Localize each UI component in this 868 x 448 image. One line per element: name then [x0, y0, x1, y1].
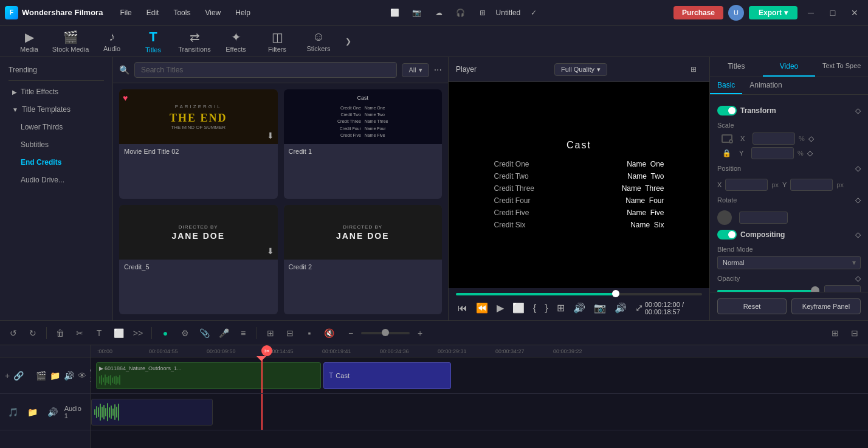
link-track-button[interactable]: 🔗 — [13, 367, 24, 384]
toolbar-more-button[interactable]: ❯ — [340, 35, 356, 48]
zoom-out-button[interactable]: − — [342, 325, 359, 342]
grid-icon[interactable]: ⊞ — [474, 4, 491, 21]
mark-in-button[interactable]: { — [531, 301, 538, 315]
zoom-thumb[interactable] — [382, 329, 389, 336]
tool-effects[interactable]: ✦ Effects — [216, 27, 255, 56]
subtab-basic[interactable]: Basic — [710, 77, 742, 94]
maximize-button[interactable]: □ — [824, 4, 841, 21]
tab-titles[interactable]: Titles — [710, 57, 763, 77]
frame-view-button[interactable]: ⬜ — [511, 300, 526, 315]
position-y-input[interactable]: 0.00 — [790, 179, 833, 191]
filter-button[interactable]: All ▾ — [402, 63, 429, 77]
layout-options-button[interactable]: ⊟ — [846, 325, 863, 342]
scene-detect-button[interactable]: ⊞ — [262, 325, 279, 342]
title-clip[interactable]: T Cast — [323, 362, 451, 389]
compositing-keyframe-icon[interactable]: ◇ — [855, 230, 861, 239]
menu-help[interactable]: Help — [230, 6, 255, 19]
delete-button[interactable]: 🗑 — [52, 325, 69, 342]
rotate-input[interactable]: 0.00° — [739, 212, 788, 224]
sidebar-item-audio-drive[interactable]: Audio Drive... — [4, 171, 109, 188]
camera-icon[interactable]: 📷 — [408, 4, 425, 21]
scale-y-keyframe-icon[interactable]: ◇ — [807, 149, 813, 157]
tool-filters[interactable]: ◫ Filters — [258, 27, 297, 56]
minimize-button[interactable]: ─ — [802, 4, 819, 21]
tab-text-to-speech[interactable]: Text To Spee — [815, 57, 868, 77]
blend-mode-select[interactable]: Normal Multiply Screen Overlay — [717, 256, 861, 269]
user-avatar[interactable]: U — [728, 5, 744, 21]
keyframe-panel-button[interactable]: Keyframe Panel — [791, 298, 861, 314]
thumbnail-movie-end-title[interactable]: PARIZERGIL THE END THE MIND OF SUMMER ♥ … — [119, 89, 278, 199]
layout-toggle-button[interactable]: ⊞ — [827, 325, 844, 342]
timeline-scrubber[interactable] — [612, 290, 619, 297]
sidebar-item-title-effects[interactable]: ▶ Title Effects — [4, 83, 109, 100]
video-track-volume-button[interactable]: 🔊 — [64, 367, 74, 384]
volume-button[interactable]: 🔊 — [613, 300, 629, 315]
playhead[interactable] — [261, 357, 263, 393]
tool-audio[interactable]: ♪ Audio — [92, 27, 131, 56]
trending-section[interactable]: Trending — [0, 62, 112, 78]
heart-icon[interactable]: ♥ — [123, 93, 128, 103]
tool-media[interactable]: ▶ Media — [10, 27, 49, 56]
purchase-button[interactable]: Purchase — [673, 6, 723, 19]
menu-view[interactable]: View — [200, 6, 226, 19]
zoom-in-button[interactable]: + — [412, 325, 429, 342]
undo-button[interactable]: ↺ — [5, 325, 22, 342]
search-input[interactable] — [134, 62, 397, 78]
transform-toggle-switch[interactable] — [717, 106, 737, 115]
tool-stickers[interactable]: ☺ Stickers — [299, 27, 338, 56]
speed-button[interactable]: >> — [129, 325, 146, 342]
cloud-icon[interactable]: ☁ — [430, 4, 447, 21]
lock-icon[interactable]: 🔒 — [722, 149, 731, 157]
opacity-keyframe-icon[interactable]: ◇ — [855, 274, 861, 283]
mute-button[interactable]: 🔇 — [320, 325, 337, 342]
position-keyframe-icon[interactable]: ◇ — [855, 164, 861, 173]
opacity-value-input[interactable]: 100.00 — [824, 285, 861, 292]
position-x-input[interactable]: 0.00 — [725, 179, 768, 191]
export-button[interactable]: Export ▾ — [749, 6, 797, 19]
checkmark-icon[interactable]: ✓ — [525, 4, 542, 21]
quality-button[interactable]: Full Quality ▾ — [554, 63, 607, 76]
preview-expand-icon[interactable]: ⊞ — [685, 61, 702, 78]
monitor-icon[interactable]: ⬜ — [387, 4, 404, 21]
add-track-button[interactable]: + — [5, 367, 10, 384]
menu-edit[interactable]: Edit — [142, 6, 164, 19]
close-button[interactable]: ✕ — [846, 4, 863, 21]
sidebar-item-end-credits[interactable]: End Credits — [4, 154, 109, 171]
opacity-thumb[interactable] — [811, 286, 819, 292]
sidebar-item-title-templates[interactable]: ▼ Title Templates — [4, 101, 109, 118]
tool-titles[interactable]: T Titles — [134, 27, 173, 56]
play-button[interactable]: ▶ — [495, 300, 506, 315]
pip-button[interactable]: ▪ — [301, 325, 318, 342]
track-button[interactable]: ≡ — [235, 325, 252, 342]
rotate-preview-circle[interactable] — [717, 210, 732, 225]
text-button[interactable]: T — [91, 325, 108, 342]
scale-x-input[interactable]: 100.00 — [753, 133, 795, 145]
thumbnail-credit-2[interactable]: DIRECTED BY JANE DOE Credit 2 — [284, 205, 443, 314]
audio-track-volume-button[interactable]: 🔊 — [44, 404, 61, 421]
tool-stock-media[interactable]: 🎬 Stock Media — [51, 27, 90, 56]
audio-clip[interactable] — [91, 399, 213, 426]
step-back-button[interactable]: ⏪ — [474, 300, 490, 315]
video-clip[interactable]: ▶ 6011864_Nature_Outdoors_1... — [96, 362, 321, 389]
compositing-toggle-switch[interactable] — [717, 230, 737, 240]
video-track-eye-button[interactable]: 👁 — [78, 367, 86, 384]
headphone-icon[interactable]: 🎧 — [452, 4, 469, 21]
video-track-folder-button[interactable]: 📁 — [50, 367, 60, 384]
download-icon[interactable]: ⬇ — [267, 131, 274, 140]
mic-button[interactable]: 🎤 — [215, 325, 232, 342]
opacity-slider[interactable] — [717, 290, 819, 292]
menu-file[interactable]: File — [115, 6, 136, 19]
download-icon-5[interactable]: ⬇ — [267, 246, 274, 256]
tool-transitions[interactable]: ⇄ Transitions — [175, 27, 214, 56]
zoom-slider[interactable] — [361, 332, 410, 334]
mark-out-button[interactable]: } — [543, 301, 549, 315]
crop-button[interactable]: ⬜ — [110, 325, 127, 342]
menu-tools[interactable]: Tools — [168, 6, 195, 19]
sidebar-item-subtitles[interactable]: Subtitles — [4, 136, 109, 153]
mark-button[interactable]: ● — [157, 325, 174, 342]
redo-button[interactable]: ↻ — [24, 325, 41, 342]
cut-button[interactable]: ✂ — [71, 325, 88, 342]
split-audio-button[interactable]: 🔊 — [571, 300, 587, 315]
tab-video[interactable]: Video — [763, 57, 816, 77]
thumbnail-credit-5[interactable]: DIRECTED BY JANE DOE ⬇ Credit_5 — [119, 205, 278, 314]
